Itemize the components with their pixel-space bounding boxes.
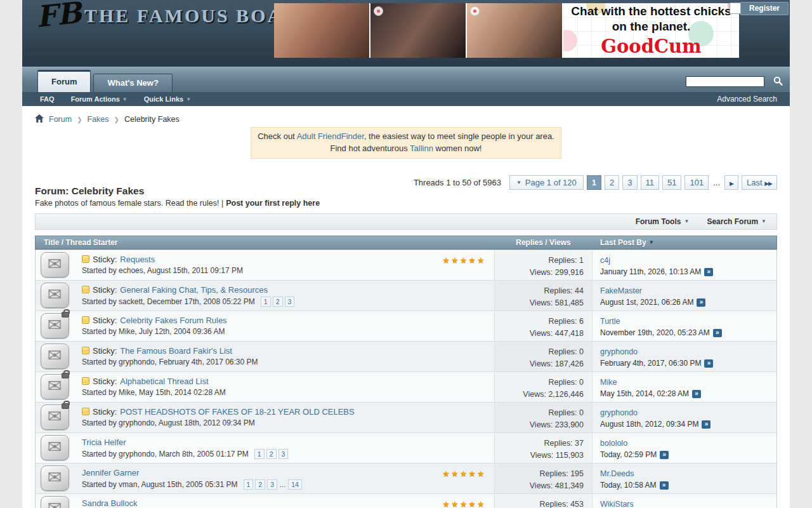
register-button[interactable]: Register [740, 2, 789, 15]
last-post-user-link[interactable]: gryphondo [600, 347, 638, 356]
advanced-search-link[interactable]: Advanced Search [717, 95, 777, 104]
notice-link-friendfinder[interactable]: Adult FriendFinder [297, 131, 364, 141]
goto-last-post-icon[interactable]: » [704, 359, 713, 368]
tab-forum[interactable]: Forum [37, 71, 91, 92]
column-last-post[interactable]: Last Post By ▼ [593, 238, 776, 247]
ad-brand[interactable]: GoodCum [601, 36, 702, 57]
first-reply-link[interactable]: Post your first reply here [226, 199, 320, 208]
ad-photo-thumbnail[interactable] [274, 3, 370, 58]
thread-title-link[interactable]: Jennifer Garner [82, 468, 139, 478]
ad-photo-thumbnail[interactable] [370, 3, 467, 58]
last-post-date: November 19th, 2020, 05:23 AM [600, 327, 710, 338]
subnav-quick-links[interactable]: Quick Links ▼ [144, 95, 191, 103]
mini-page-link[interactable]: 3 [278, 449, 289, 459]
page-button[interactable]: 2 [605, 175, 619, 190]
mini-page-link[interactable]: 1 [254, 449, 265, 459]
site-header: FB THE FAMOUS BOARD Chat with the hottes… [22, 0, 790, 67]
envelope-icon: ✉ [48, 347, 62, 364]
thread-title-link[interactable]: Requests [120, 255, 155, 264]
last-post-user-link[interactable]: Mr.Deeds [600, 469, 634, 478]
mini-page-link[interactable]: 1 [261, 297, 271, 307]
thread-title-cell: Sticky: POST HEADSHOTS OF FAKES OF 18-21… [74, 403, 494, 432]
thread-icon: ✉ [41, 404, 69, 430]
last-post-user-link[interactable]: WikiStars [600, 500, 634, 508]
breadcrumb-fakes[interactable]: Fakes [88, 115, 109, 124]
mini-page-link[interactable]: 2 [255, 479, 265, 490]
breadcrumb-forum[interactable]: Forum [49, 115, 72, 124]
thread-title-link[interactable]: General Faking Chat, Tips, & Resources [120, 285, 268, 295]
envelope-icon: ✉ [48, 408, 62, 425]
last-post-user-link[interactable]: bolololo [600, 439, 627, 448]
banner-ad[interactable]: Chat with the hottest chicks on the plan… [274, 3, 739, 58]
subnav-forum-actions[interactable]: Forum Actions ▼ [71, 95, 128, 103]
replies-count: Replies: 453 [495, 498, 584, 508]
thread-title-link[interactable]: Tricia Helfer [82, 438, 126, 447]
search-button[interactable] [769, 76, 786, 88]
column-title-starter[interactable]: Title / Thread Starter [36, 238, 494, 247]
views-count: Views: 233,900 [495, 419, 584, 431]
page-button[interactable]: 3 [622, 175, 637, 190]
search-input[interactable] [686, 76, 764, 87]
sticky-prefix: Sticky: [93, 377, 117, 386]
home-icon[interactable] [35, 114, 44, 124]
thread-title-link[interactable]: Alphabetical Thread List [120, 377, 208, 386]
page-button-current[interactable]: 1 [587, 175, 601, 190]
thread-title-cell: Sticky: Alphabetical Thread List Started… [74, 372, 494, 402]
column-replies-views[interactable]: Replies / Views [494, 238, 593, 247]
breadcrumb-arrow-icon: ❯ [77, 116, 82, 123]
goto-last-post-icon[interactable]: » [692, 390, 701, 398]
page-button[interactable]: 11 [641, 175, 660, 190]
page-button[interactable]: 51 [662, 175, 681, 190]
goto-last-post-icon[interactable]: » [697, 298, 705, 307]
mini-page-link[interactable]: 3 [285, 297, 295, 307]
last-post-date: May 15th, 2014, 02:28 AM [600, 388, 689, 399]
chevron-down-icon: ▼ [684, 218, 689, 224]
thread-title-link[interactable]: Sandra Bullock [82, 498, 137, 508]
page: FB THE FAMOUS BOARD Chat with the hottes… [22, 0, 790, 508]
site-logo-icon[interactable]: FB [34, 0, 83, 34]
subnav-faq[interactable]: FAQ [40, 95, 55, 103]
sticky-note-icon [82, 347, 89, 354]
replies-views-cell: Replies: 6 Views: 447,418 [494, 311, 593, 341]
mini-page-link[interactable]: 3 [267, 479, 277, 490]
thread-title-link[interactable]: POST HEADSHOTS OF FAKES OF 18-21 YEAR OL… [120, 407, 354, 417]
page-select-button[interactable]: ▼ Page 1 of 120 [509, 175, 584, 190]
table-row: ✉ Sticky: Alphabetical Thread List Start… [36, 371, 776, 402]
thread-list: ✉ Sticky: Requests Started by echoes, Au… [36, 250, 776, 508]
mini-page-link[interactable]: 1 [244, 479, 254, 490]
search-forum-menu[interactable]: Search Forum ▼ [707, 217, 766, 226]
notice-link-city[interactable]: Tallinn [410, 144, 433, 153]
last-post-user-link[interactable]: Turtle [600, 317, 620, 326]
views-count: Views: 581,485 [495, 297, 584, 309]
goto-last-post-icon[interactable]: » [660, 481, 669, 490]
page-button[interactable]: 101 [684, 175, 709, 190]
thread-title-link[interactable]: The Famous Board Fakir's List [120, 346, 232, 356]
next-page-button[interactable]: ▶ [724, 175, 738, 190]
last-post-user-link[interactable]: Mike [600, 378, 617, 387]
last-post-user-link[interactable]: c4j [600, 256, 610, 265]
goto-last-post-icon[interactable]: » [702, 420, 710, 429]
subnav: FAQ Forum Actions ▼ Quick Links ▼ Advanc… [22, 92, 790, 106]
main-tabbar: Forum What's New? [22, 67, 790, 92]
tab-whats-new[interactable]: What's New? [93, 74, 172, 92]
thread-title-link[interactable]: Celebrity Fakes Forum Rules [120, 316, 226, 325]
page-links: 123 [254, 449, 289, 459]
mini-page-link[interactable]: 2 [273, 297, 283, 307]
forum-tools-menu[interactable]: Forum Tools ▼ [636, 217, 690, 226]
goto-last-post-icon[interactable]: » [660, 451, 669, 459]
last-page-button[interactable]: Last ▶▶ [742, 175, 777, 190]
thread-started-by: Started by Mike, July 12th, 2004 09:36 A… [82, 327, 225, 336]
notice-text: , the easiest way to meet single people … [364, 131, 554, 141]
mini-page-link[interactable]: 2 [266, 449, 277, 459]
cam-badge-icon [470, 6, 480, 16]
forum-toolbar: Forum Tools ▼ Search Forum ▼ [35, 213, 777, 230]
mini-page-link[interactable]: 14 [288, 479, 302, 490]
thread-started-by: Started by gryphondo, March 8th, 2005 01… [82, 450, 249, 458]
last-post-user-link[interactable]: FakeMaster [600, 286, 642, 295]
last-post-user-link[interactable]: gryphondo [600, 408, 638, 417]
last-post-cell: gryphondo February 4th, 2017, 06:30 PM » [593, 342, 776, 371]
ad-photo-thumbnail[interactable] [467, 3, 563, 58]
goto-last-post-icon[interactable]: » [704, 268, 713, 276]
ad-text-panel[interactable]: Chat with the hottest chicks on the plan… [563, 3, 739, 58]
goto-last-post-icon[interactable]: » [713, 329, 722, 337]
